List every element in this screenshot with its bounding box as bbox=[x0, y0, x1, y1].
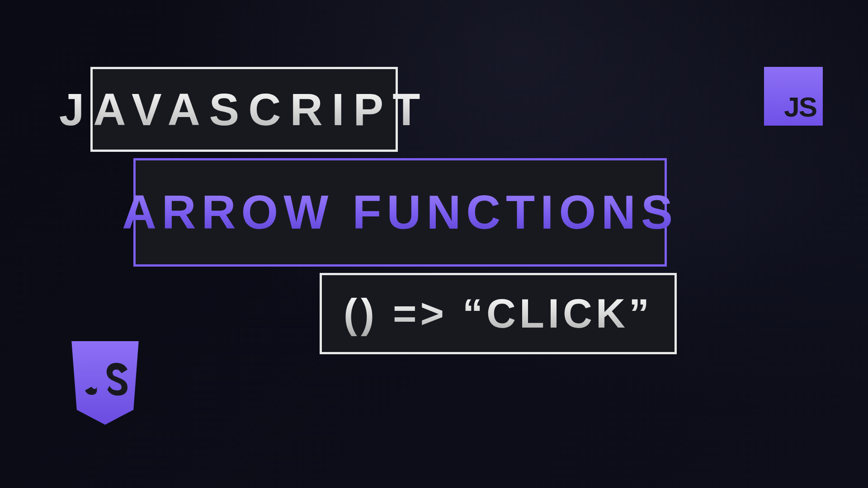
code-example-box: () => “CLICK” bbox=[320, 273, 677, 354]
js-shield-logo-icon bbox=[68, 341, 142, 425]
js-square-logo-label: JS bbox=[784, 93, 816, 121]
js-square-logo-icon: JS bbox=[764, 67, 823, 126]
title-arrow-functions: ARROW FUNCTIONS bbox=[122, 185, 678, 239]
title-box-javascript: JAVASCRIPT bbox=[90, 67, 398, 152]
title-box-arrow-functions: ARROW FUNCTIONS bbox=[133, 158, 667, 267]
code-example-text: () => “CLICK” bbox=[344, 291, 653, 337]
title-javascript: JAVASCRIPT bbox=[59, 84, 429, 136]
shield-svg-icon bbox=[68, 341, 142, 425]
